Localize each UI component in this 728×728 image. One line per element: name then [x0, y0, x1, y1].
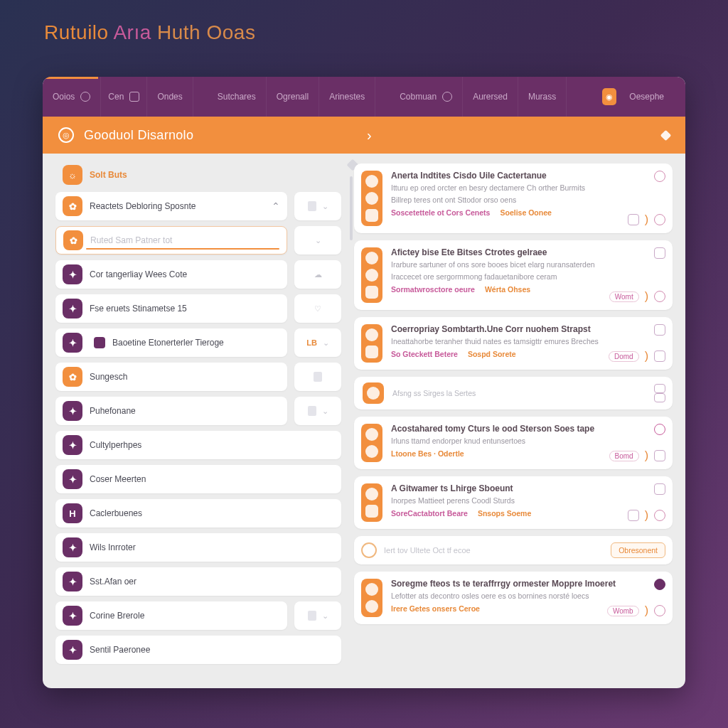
- aux-panel[interactable]: ⌄: [294, 397, 341, 425]
- bulb-icon[interactable]: [654, 291, 665, 302]
- item-chip-icon: ✿: [63, 196, 82, 216]
- app-window: Ooios Cen Ondes Sutchares Ogrenall Arine…: [43, 77, 685, 688]
- expand-icon[interactable]: [654, 450, 665, 461]
- compose-input[interactable]: Iert tov Ultete Oct tf ecoe: [384, 546, 471, 555]
- dot-icon[interactable]: [654, 579, 665, 590]
- aux-panel[interactable]: ♡: [294, 294, 341, 323]
- list-item[interactable]: ✦Corine Brerole: [55, 601, 287, 630]
- more-icon[interactable]: [654, 393, 665, 402]
- chevron-right-icon[interactable]: ›: [367, 127, 372, 144]
- compose-row: Iert tov Ultete Oct tf ecoe Obresonent: [354, 536, 673, 564]
- nav-item-5[interactable]: Arinestes: [319, 77, 375, 117]
- nav-item-8[interactable]: Murass: [518, 77, 567, 117]
- item-chip-icon: ✦: [63, 537, 82, 557]
- share-icon[interactable]: [654, 214, 665, 225]
- compose-icon: [361, 542, 377, 558]
- list-item[interactable]: ✦Cultylperhpes: [55, 431, 341, 459]
- list-item[interactable]: ✿ Reactets Debloring Sposnte ⌃: [55, 192, 287, 220]
- status-pill[interactable]: Bomd: [609, 451, 639, 461]
- item-chip-icon: ✦: [63, 572, 82, 592]
- left-heading: ☼ Solt Buts: [55, 164, 341, 186]
- item-chip-icon: ✦: [63, 401, 82, 421]
- search-input-row[interactable]: ✿ Ruted Sam Patner tot: [55, 226, 287, 255]
- nav-item-7[interactable]: Aurersed: [463, 77, 518, 117]
- target-icon: ◎: [58, 127, 74, 143]
- item-chip-icon: ✿: [63, 367, 82, 387]
- content-card[interactable]: Soregme fteos ts te teraffrrgy ormester …: [354, 572, 673, 624]
- card-sidebar: [361, 424, 382, 462]
- content-card[interactable]: Anerta Indtites Cisdo Uile Cactertanue I…: [354, 164, 673, 233]
- right-panel: Anerta Indtites Cisdo Uile Cactertanue I…: [354, 164, 673, 675]
- card-sidebar: [361, 171, 382, 226]
- status-pill[interactable]: Womt: [609, 291, 639, 302]
- content-card-slim[interactable]: Afsng ss Sirges la Sertes: [354, 377, 673, 410]
- chevron-up-icon[interactable]: ⌃: [272, 200, 280, 212]
- more-icon[interactable]: [654, 510, 665, 521]
- item-chip-icon: ✿: [63, 230, 83, 250]
- item-chip-icon: ✦: [63, 435, 82, 455]
- page-header: ◎ Gooduol Disarnolo ›: [43, 117, 685, 154]
- status-pill[interactable]: Womb: [607, 606, 639, 616]
- more-icon[interactable]: [654, 605, 665, 616]
- aux-panel[interactable]: ⌄: [294, 226, 341, 255]
- u-icon: [129, 92, 139, 102]
- card-sidebar: [361, 247, 382, 303]
- nav-item-2[interactable]: Ondes: [147, 77, 193, 117]
- bracket-icon: ): [645, 509, 648, 522]
- list-item[interactable]: ✦ Baoetine Etonerterler Tieroge: [55, 328, 287, 357]
- bracket-icon: ): [645, 290, 648, 303]
- doc-icon[interactable]: [654, 384, 665, 393]
- list-item[interactable]: ✦Coser Meerten: [55, 465, 341, 493]
- list-item[interactable]: ✦ Cor tangerliay Wees Cote: [55, 260, 287, 289]
- heading-chip-icon: ☼: [63, 165, 82, 185]
- list-item[interactable]: ✦Puhefonane: [55, 397, 287, 425]
- content-card[interactable]: A Gitwamer ts Lhirge Sboeunt Inorpes Mat…: [354, 476, 673, 529]
- list-item[interactable]: ✦Sst.Afan oer: [55, 567, 341, 596]
- aux-panel[interactable]: [294, 363, 341, 391]
- globe-icon[interactable]: [654, 171, 665, 182]
- list-item[interactable]: ✿Sungesch: [55, 363, 287, 391]
- list-item[interactable]: ✦Sentil Paeronee: [55, 636, 341, 664]
- list-item[interactable]: ✦ Fse eruets Stinametse 15: [55, 294, 287, 323]
- content-card[interactable]: Acostahared tomy Cturs le ood Sterson So…: [354, 417, 673, 469]
- nav-item-1[interactable]: Cen: [101, 77, 147, 117]
- card-sidebar: [361, 324, 382, 363]
- nav-item-4[interactable]: Ogrenall: [267, 77, 319, 117]
- flag-icon[interactable]: [654, 424, 665, 435]
- item-chip-icon: ✦: [63, 264, 82, 284]
- badge-icon[interactable]: ◉: [602, 88, 616, 105]
- bookmark-icon[interactable]: [628, 510, 639, 521]
- item-chip-icon: ✦: [63, 469, 82, 489]
- aux-panel[interactable]: ⌄: [294, 192, 341, 220]
- list-item[interactable]: HCaclerbuenes: [55, 499, 341, 528]
- card-sidebar: [361, 483, 382, 522]
- aux-panel[interactable]: ☁: [294, 260, 341, 289]
- heart-icon: ♡: [314, 304, 321, 314]
- diamond-icon[interactable]: [660, 129, 672, 141]
- aux-panel[interactable]: ⌄: [294, 601, 341, 630]
- nav-item-6[interactable]: Cobmuan: [390, 77, 463, 117]
- item-chip-icon: ✦: [63, 606, 82, 626]
- content-card[interactable]: Afictey bise Ete Bitses Ctrotes gelraee …: [354, 240, 673, 310]
- aux-panel[interactable]: LB⌄: [294, 328, 341, 357]
- bookmark-icon[interactable]: [628, 214, 639, 225]
- content-card[interactable]: Coerropriay Sombtarth.Une Corr nuohem St…: [354, 317, 673, 370]
- note-icon[interactable]: [654, 483, 665, 495]
- item-chip-icon: ✦: [63, 640, 82, 660]
- bracket-icon: ): [645, 604, 648, 617]
- nav-item-3[interactable]: Sutchares: [208, 77, 267, 117]
- nav-item-0[interactable]: Ooios: [43, 77, 101, 117]
- dot-icon: [442, 92, 452, 102]
- compose-button[interactable]: Obresonent: [611, 542, 665, 558]
- tag-icon[interactable]: [654, 247, 665, 259]
- bracket-icon: ): [645, 213, 648, 226]
- item-chip-icon: ✦: [63, 299, 82, 318]
- dot-icon: [80, 92, 90, 102]
- expand-icon[interactable]: [654, 350, 665, 362]
- item-chip-icon: H: [63, 503, 82, 523]
- status-pill[interactable]: Domd: [609, 351, 639, 362]
- list-item[interactable]: ✦Wils Inrroter: [55, 533, 341, 562]
- note-icon[interactable]: [654, 324, 665, 336]
- nav-right-label[interactable]: Oesephe: [629, 92, 664, 102]
- bracket-icon: ): [645, 350, 648, 363]
